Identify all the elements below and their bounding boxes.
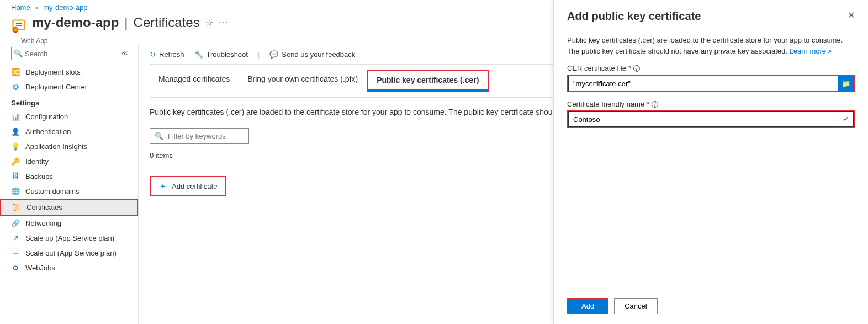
panel-title: Add public key certificate (567, 10, 701, 23)
authentication-icon: 👤 (11, 128, 20, 136)
sidebar-item-scale-out[interactable]: ↔ Scale out (App Service plan) (0, 246, 138, 261)
sidebar-item-authentication[interactable]: 👤 Authentication (0, 124, 138, 139)
svg-point-3 (13, 28, 18, 33)
filter-input[interactable] (168, 132, 244, 140)
panel-learn-more-link[interactable]: Learn more↗ (790, 47, 832, 55)
more-menu-icon[interactable]: ··· (219, 18, 229, 28)
panel-description: Public key certificates (.cer) are loade… (567, 35, 855, 56)
breadcrumb-separator: › (35, 3, 38, 12)
sidebar: 🔍 ≪ 🔀 Deployment slots ⏣ Deployment Cent… (0, 45, 138, 324)
sidebar-item-label: Scale up (App Service plan) (25, 234, 114, 242)
sidebar-item-label: Custom domains (25, 187, 80, 195)
friendly-name-input[interactable] (568, 111, 854, 127)
sidebar-item-label: Scale out (App Service plan) (25, 249, 117, 257)
sidebar-item-label: Deployment Center (25, 83, 87, 91)
toolbar-divider: | (258, 50, 260, 59)
filter-box: 🔍 (150, 128, 249, 144)
breadcrumb-app[interactable]: my-demo-app (43, 3, 87, 12)
page-title: my-demo-app (32, 15, 119, 30)
info-icon[interactable]: i (652, 101, 658, 108)
webjobs-icon: ⚙ (11, 264, 20, 272)
sidebar-item-label: Certificates (27, 203, 62, 211)
tab-managed-certificates[interactable]: Managed certificates (150, 70, 239, 92)
collapse-sidebar-icon[interactable]: ≪ (121, 50, 128, 57)
troubleshoot-icon: 🔧 (194, 50, 203, 59)
troubleshoot-label: Troubleshoot (207, 50, 248, 59)
sidebar-item-identity[interactable]: 🔑 Identity (0, 154, 138, 169)
browse-file-button[interactable]: 📁 (838, 76, 854, 91)
sidebar-item-label: Deployment slots (25, 68, 81, 76)
troubleshoot-button[interactable]: 🔧 Troubleshoot (194, 50, 248, 59)
networking-icon: 🔗 (11, 219, 20, 227)
folder-icon: 📁 (841, 79, 850, 88)
favorite-star-icon[interactable]: ☆ (205, 18, 213, 28)
sidebar-item-configuration[interactable]: 📊 Configuration (0, 109, 138, 124)
add-button[interactable]: Add (567, 298, 608, 314)
cancel-button[interactable]: Cancel (614, 298, 657, 314)
refresh-icon: ↻ (150, 50, 156, 59)
scale-out-icon: ↔ (11, 249, 20, 257)
feedback-icon: 💬 (269, 50, 278, 59)
panel-close-button[interactable]: ✕ (848, 10, 855, 20)
sidebar-item-label: Application Insights (25, 142, 87, 151)
sidebar-item-deployment-slots[interactable]: 🔀 Deployment slots (0, 65, 138, 79)
certificates-icon: 📜 (12, 203, 21, 211)
add-certificate-panel: Add public key certificate ✕ Public key … (553, 0, 868, 324)
domains-icon: 🌐 (11, 187, 20, 195)
scale-up-icon: ↗ (11, 234, 20, 242)
sidebar-item-scale-up[interactable]: ↗ Scale up (App Service plan) (0, 231, 138, 246)
identity-icon: 🔑 (11, 157, 20, 166)
page-section: Certificates (134, 15, 200, 30)
sidebar-item-networking[interactable]: 🔗 Networking (0, 216, 138, 231)
sidebar-item-label: Backups (25, 172, 53, 180)
add-certificate-label: Add certificate (172, 182, 217, 190)
feedback-button[interactable]: 💬 Send us your feedback (269, 50, 355, 59)
sidebar-item-app-insights[interactable]: 💡 Application Insights (0, 139, 138, 154)
backups-icon: 🗄 (11, 172, 20, 180)
sidebar-item-certificates[interactable]: 📜 Certificates (1, 200, 137, 215)
sidebar-search-input[interactable] (11, 47, 121, 60)
add-certificate-button[interactable]: ＋ Add certificate (150, 176, 226, 196)
close-icon: ✕ (848, 10, 855, 20)
sidebar-item-custom-domains[interactable]: 🌐 Custom domains (0, 184, 138, 199)
sidebar-search: 🔍 ≪ (11, 47, 127, 60)
slots-icon: 🔀 (11, 68, 20, 76)
certificate-icon (11, 18, 27, 34)
search-icon: 🔍 (14, 49, 23, 57)
sidebar-item-label: Networking (25, 219, 61, 227)
deployment-center-icon: ⏣ (11, 83, 20, 91)
cer-file-label: CER certificate file * i (567, 64, 855, 72)
sidebar-item-webjobs[interactable]: ⚙ WebJobs (0, 261, 138, 275)
required-indicator: * (647, 100, 649, 108)
sidebar-section-settings: Settings (0, 94, 138, 109)
tab-public-key-certificates[interactable]: Public key certificates (.cer) (368, 71, 488, 91)
panel-footer: Add Cancel (567, 291, 855, 314)
sidebar-item-deployment-center[interactable]: ⏣ Deployment Center (0, 79, 138, 94)
refresh-label: Refresh (159, 50, 184, 59)
external-link-icon: ↗ (827, 49, 832, 55)
refresh-button[interactable]: ↻ Refresh (150, 50, 184, 59)
sidebar-item-label: Identity (25, 157, 49, 166)
cer-file-input[interactable] (568, 76, 838, 91)
tab-bring-certificates[interactable]: Bring your own certificates (.pfx) (239, 70, 367, 92)
breadcrumb-home[interactable]: Home (11, 3, 30, 12)
sidebar-item-backups[interactable]: 🗄 Backups (0, 169, 138, 184)
info-icon[interactable]: i (633, 65, 640, 72)
plus-icon: ＋ (158, 180, 167, 192)
sidebar-item-label: Configuration (25, 113, 68, 121)
friendly-name-label: Certificate friendly name * i (567, 100, 855, 108)
insights-icon: 💡 (11, 142, 20, 151)
sidebar-item-label: Authentication (25, 128, 71, 136)
sidebar-item-label: WebJobs (25, 264, 55, 272)
required-indicator: * (628, 64, 631, 72)
feedback-label: Send us your feedback (282, 50, 355, 59)
search-icon: 🔍 (155, 132, 163, 140)
checkmark-icon: ✓ (843, 115, 849, 123)
configuration-icon: 📊 (11, 113, 20, 121)
